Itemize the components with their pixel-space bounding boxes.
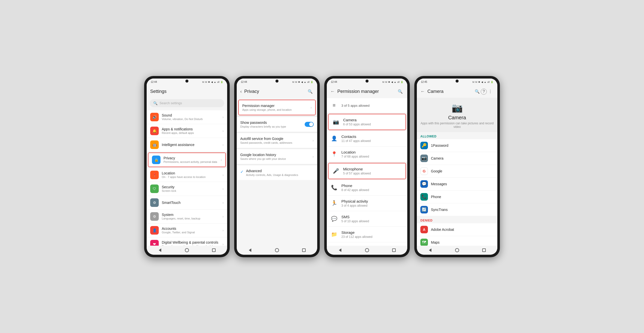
phone-perm-item[interactable]: 📞 Phone 8 of 42 apps allowed (327, 180, 407, 196)
settings-item-accounts[interactable]: 👤AccountsGoogle, Twitter, and Signal› (147, 224, 227, 237)
storage-perm-item[interactable]: 📁 Storage 23 of 112 apps allowed (327, 227, 407, 242)
recent-nav-btn-2[interactable] (301, 247, 307, 253)
app-synctrans[interactable]: 🔄 SyncTrans (417, 203, 497, 216)
pm-subtitle: Apps using storage, phone, and location (242, 108, 310, 111)
physical-perm-title: Physical activity (341, 199, 404, 203)
sms-perm-count: 5 of 10 apps allowed (341, 219, 404, 223)
home-nav-btn-3[interactable] (364, 247, 370, 253)
page-title-4: Camera (427, 89, 474, 94)
mic-perm-highlighted[interactable]: 🎤 Microphone 5 of 57 apps allowed (328, 163, 406, 179)
home-nav-btn-2[interactable] (274, 247, 280, 253)
status-icons-3: MM✱◀▲ ull🔋 (382, 81, 403, 83)
back-arrow-4[interactable]: ← (420, 89, 425, 94)
autofill-item[interactable]: Autofill service from Google Saved passw… (237, 133, 317, 148)
settings-title-sound: Sound (162, 113, 222, 117)
settings-title-assist: Intelligent assistance (162, 143, 222, 147)
settings-chevron-assist: › (222, 143, 224, 147)
location-history-item[interactable]: Google location history Saves where you … (237, 149, 317, 164)
help-icon-cam[interactable]: ? (481, 89, 487, 95)
page-title-1: Settings (150, 89, 224, 94)
settings-item-assist[interactable]: 🤖Intelligent assistance› (147, 138, 227, 152)
recent-nav-btn-1[interactable] (211, 247, 217, 253)
settings-item-apps[interactable]: 🔔Apps & notificationsRecent apps, defaul… (147, 124, 227, 138)
app-acrobat[interactable]: A Adobe Acrobat (417, 223, 497, 236)
permission-manager-highlighted[interactable]: Permission manager Apps using storage, p… (238, 100, 316, 115)
settings-item-location[interactable]: 📍LocationOn · 7 apps have access to loca… (147, 168, 227, 182)
search-icon-privacy[interactable]: 🔍 (307, 88, 314, 95)
settings-icon-privacy: 🔒 (152, 156, 160, 164)
settings-chevron-smarttouch: › (222, 201, 224, 205)
app-1password[interactable]: 🔑 1Password (417, 139, 497, 152)
time-2: 12:44 (241, 81, 247, 83)
search-bar[interactable]: 🔍 Search settings (150, 99, 224, 107)
time-4: 12:45 (421, 81, 427, 83)
settings-icon-location: 📍 (150, 171, 159, 179)
back-arrow-3[interactable]: ← (330, 89, 335, 94)
back-nav-btn-3[interactable] (337, 247, 343, 253)
app-bar-2: ‹ Privacy 🔍 (237, 86, 317, 98)
physical-perm-item[interactable]: 🏃 Physical activity 3 of 4 apps allowed (327, 196, 407, 211)
permission-manager-item[interactable]: Permission manager Apps using storage, p… (239, 100, 315, 115)
advanced-item[interactable]: ✓ Advanced Activity controls, Ads, Usage… (237, 165, 317, 180)
recent-nav-btn-4[interactable] (481, 247, 487, 253)
settings-subtitle-security: Screen lock (162, 189, 222, 192)
screen-content-4: ← Camera 🔍 ? ⋮ 📷 Camera Apps with this p… (417, 86, 497, 246)
screen-content-2: ‹ Privacy 🔍 Permission manager Apps usin… (237, 86, 317, 246)
settings-item-system[interactable]: ⚙SystemLanguages, reset, time, backup› (147, 210, 227, 223)
camera-perm-title: Camera (343, 118, 402, 122)
back-arrow-2[interactable]: ‹ (240, 89, 242, 94)
phone-perm-count: 8 of 42 apps allowed (341, 188, 404, 192)
perm-dots-item[interactable]: ≡ 3 of 5 apps allowed (327, 98, 407, 113)
location-perm-icon: 📍 (330, 150, 338, 158)
app-google[interactable]: G Google (417, 165, 497, 178)
back-nav-btn-2[interactable] (247, 247, 253, 253)
settings-subtitle-wellbeing: Screen time, app timers, bedtime schedul… (162, 245, 222, 246)
adv-subtitle: Activity controls, Ads, Usage & diagnost… (246, 173, 314, 176)
location-perm-item[interactable]: 📍 Location 7 of 68 apps allowed (327, 146, 407, 162)
search-icon-cam[interactable]: 🔍 (474, 88, 481, 95)
settings-title-system: System (162, 213, 222, 217)
more-icon-cam[interactable]: ⋮ (487, 88, 494, 95)
location-perm-count: 7 of 68 apps allowed (341, 155, 404, 158)
sms-perm-icon: 💬 (330, 215, 338, 223)
check-icon: ✓ (240, 169, 244, 174)
settings-icon-security: 🛡 (150, 184, 159, 193)
contacts-perm-item[interactable]: 👤 Contacts 11 of 47 apps allowed (327, 131, 407, 146)
mic-perm-item[interactable]: 🎤 Microphone 5 of 57 apps allowed (329, 163, 406, 179)
show-passwords-item[interactable]: Show passwords Display characters briefl… (237, 117, 317, 132)
app-phone[interactable]: 📞 Phone (417, 191, 497, 203)
settings-item-privacy[interactable]: 🔒PrivacyPermissions, account activity, p… (148, 153, 225, 167)
settings-item-wellbeing[interactable]: ❤Digital Wellbeing & parental controlsSc… (147, 237, 227, 246)
status-icons-4: MM✱◀▲ ull🔋 (472, 81, 493, 83)
camera-perm-highlighted[interactable]: 📷 Camera 6 of 53 apps allowed (328, 114, 406, 130)
denied-section-label: DENIED (417, 216, 497, 223)
settings-item-smarttouch[interactable]: ⚙SmartTouch› (147, 196, 227, 209)
app-camera[interactable]: 📷 Camera (417, 152, 497, 165)
recent-nav-btn-3[interactable] (391, 247, 397, 253)
app-maps[interactable]: 🗺 Maps (417, 236, 497, 246)
phone-4: 12:45 MM✱◀▲ ull🔋 ← Camera 🔍 ? ⋮ 📷 Camera… (414, 76, 500, 257)
time-3: 12:44 (331, 81, 337, 83)
app-messages[interactable]: 💬 Messages (417, 178, 497, 191)
search-icon-perm[interactable]: 🔍 (397, 88, 404, 95)
pm-chevron: › (310, 105, 312, 109)
sp-subtitle: Display characters briefly as you type (240, 125, 305, 128)
settings-subtitle-apps: Recent apps, default apps (162, 131, 222, 134)
app-icon-synctrans: 🔄 (420, 206, 428, 213)
home-nav-btn-1[interactable] (184, 247, 190, 253)
camera-detail-header: 📷 Camera Apps with this permission can t… (417, 98, 497, 132)
dots-icon: ≡ (330, 102, 338, 109)
show-passwords-toggle[interactable] (305, 122, 314, 127)
mic-perm-title: Microphone (343, 167, 402, 171)
contacts-perm-count: 11 of 47 apps allowed (341, 139, 404, 143)
sms-perm-item[interactable]: 💬 SMS 5 of 10 apps allowed (327, 211, 407, 227)
home-nav-btn-4[interactable] (454, 247, 460, 253)
autofill-subtitle: Saved passwords, credit cards, addresses (240, 141, 312, 144)
back-nav-btn-4[interactable] (427, 247, 433, 253)
additional-perm-item[interactable]: ≡ Additional permissions (327, 242, 407, 246)
settings-item-security[interactable]: 🛡SecurityScreen lock› (147, 182, 227, 196)
camera-perm-item[interactable]: 📷 Camera 6 of 53 apps allowed (329, 114, 406, 130)
back-nav-btn-1[interactable] (157, 247, 163, 253)
settings-icon-sound: 🔊 (150, 113, 159, 121)
settings-item-sound[interactable]: 🔊SoundVolume, vibration, Do Not Disturb› (147, 110, 227, 124)
